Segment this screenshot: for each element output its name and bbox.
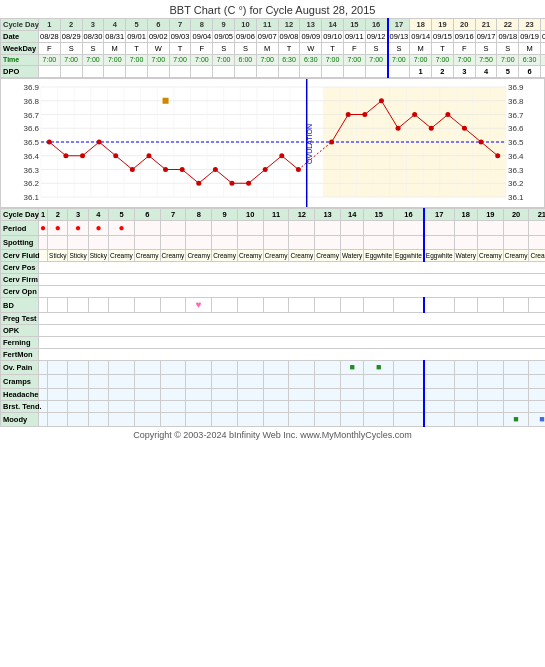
- opk-row: OPK OPK: [1, 325, 546, 337]
- bd-row: BD ♥ BD: [1, 298, 546, 313]
- spotting-label: Spotting: [1, 236, 39, 250]
- opk-label: OPK: [1, 325, 39, 337]
- fertmon-row: FertMon FertMon: [1, 349, 546, 361]
- brst-tend-label: Brst. Tend.: [1, 400, 39, 412]
- fertmon-label: FertMon: [1, 349, 39, 361]
- cerv-pos-row: Cerv Pos Cerv Pos: [1, 262, 546, 274]
- moody-label: Moody: [1, 412, 39, 426]
- cycle-day-lower-row: Cycle Day 1 2 3 4 5 6 7 8 9 10 11 12 13 …: [1, 209, 546, 221]
- cerv-pos-label: Cerv Pos: [1, 262, 39, 274]
- ov-pain-row: Ov. Pain ■ ■ Ov. Pain: [1, 361, 546, 375]
- period-label: Period: [1, 221, 39, 236]
- headache-label: Headache: [1, 388, 39, 400]
- moody-row: Moody ■ ■ ■ ■ ■ ■ Moody: [1, 412, 546, 426]
- cerv-fluid-label: Cerv Fluid: [1, 250, 39, 262]
- cerv-fluid-row: Cerv Fluid Sticky Sticky Sticky Creamy C…: [1, 250, 546, 262]
- cycle-day-header-row: Cycle Day 1 2 3 4 5 6 7 8 9 10 11 12 13 …: [1, 19, 546, 31]
- cerv-opn-label: Cerv Opn: [1, 286, 39, 298]
- time-row: Time 7:00 7:00 7:00 7:00 7:00 7:00 7:00 …: [1, 55, 546, 66]
- cycle-day-label: Cycle Day: [1, 19, 39, 31]
- ferning-row: Ferning Ferning: [1, 337, 546, 349]
- headache-row: Headache Headache: [1, 388, 546, 400]
- weekday-row: WeekDay F S S M T W T F S S M T W T F S …: [1, 43, 546, 55]
- weekday-label: WeekDay: [1, 43, 39, 55]
- preg-test-label: Preg Test: [1, 313, 39, 325]
- dpo-row: DPO 1 2 3 4 5 6 7 8 9 10 DPO: [1, 66, 546, 78]
- cycle-day-lower-label: Cycle Day: [1, 209, 39, 221]
- date-row: Date 08/28 08/29 08/30 08/31 09/01 09/02…: [1, 31, 546, 43]
- cerv-opn-row: Cerv Opn Cerv Opn: [1, 286, 546, 298]
- bd-label: BD: [1, 298, 39, 313]
- cramps-label: Cramps: [1, 374, 39, 388]
- period-row: Period ● ● ● ● ● ● Period: [1, 221, 546, 236]
- preg-test-row: Preg Test Preg Test: [1, 313, 546, 325]
- chart-title: BBT Chart (C °) for Cycle August 28, 201…: [0, 0, 545, 18]
- time-label: Time: [1, 55, 39, 66]
- temp-graph-container: [0, 78, 545, 208]
- cerv-firm-row: Cerv Firm Cerv Firm: [1, 274, 546, 286]
- spotting-row: Spotting ■ ■ Spotting: [1, 236, 546, 250]
- cerv-firm-label: Cerv Firm: [1, 274, 39, 286]
- ov-pain-label: Ov. Pain: [1, 361, 39, 375]
- ferning-label: Ferning: [1, 337, 39, 349]
- dpo-label: DPO: [1, 66, 39, 78]
- brst-tend-row: Brst. Tend. Brst. Tend.: [1, 400, 546, 412]
- copyright: Copyright © 2003-2024 bInfinity Web Inc.…: [0, 427, 545, 443]
- date-label: Date: [1, 31, 39, 43]
- cramps-row: Cramps ■ ■ ■ ■ Cramps: [1, 374, 546, 388]
